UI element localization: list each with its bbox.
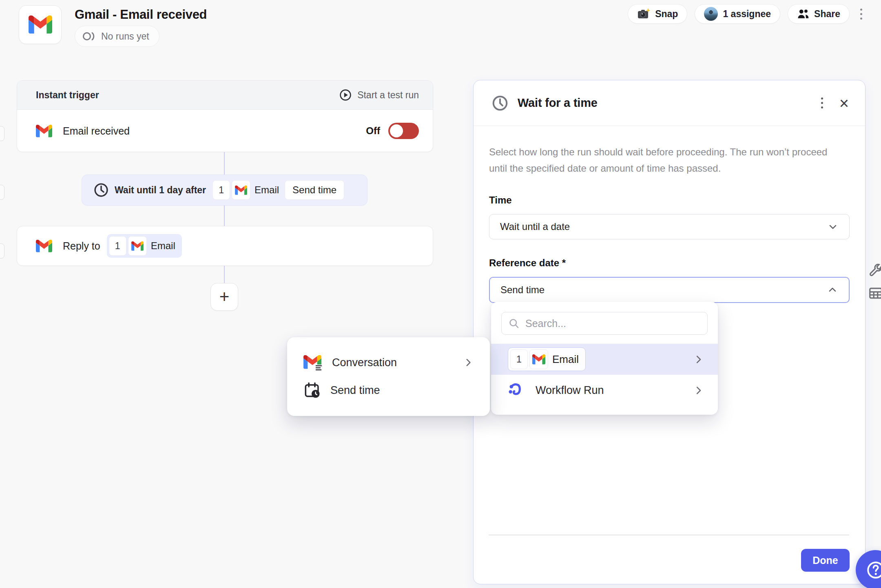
reference-date-dropdown: 1 Email Workflow Run [491,302,718,415]
panel-title: Wait for a time [518,96,598,110]
step-number-token[interactable]: 1 [213,180,230,200]
assignee-label: 1 assignee [723,9,771,20]
menu-item-send-time[interactable]: Send time [287,376,490,404]
play-circle-icon [339,88,352,102]
workflow-app-icon-card [19,5,62,44]
chevron-up-icon [827,284,838,296]
chevron-down-icon [827,221,839,232]
gmail-icon [532,354,545,365]
workflow-icon [508,382,525,399]
gmail-icon [235,186,247,195]
record-token-label: Email [255,184,279,196]
chevron-right-icon [693,385,704,396]
chevron-right-icon [463,357,474,368]
gmail-icon [131,241,144,251]
record-token-icon-box [128,236,147,256]
record-token-icon-box [529,349,548,369]
record-token-icon-box[interactable] [232,180,250,200]
connector-line [224,266,225,283]
canvas-side-tools [868,263,881,301]
dropdown-option-email[interactable]: 1 Email [491,344,718,375]
trigger-toggle-label: Off [366,125,380,137]
clock-icon [491,95,509,112]
runs-status-badge: No runs yet [75,26,159,47]
toggle-knob [390,124,403,137]
add-step-button[interactable]: + [210,283,238,311]
connector-line [224,152,225,175]
panel-footer-divider [489,535,849,535]
time-select[interactable]: Wait until a date [489,214,850,239]
canvas-edge-tab[interactable] [0,243,4,259]
dropdown-option-label: Workflow Run [536,384,604,397]
reply-step-card[interactable]: Reply to 1 Email [17,226,433,266]
workflow-editor: Gmail - Email received No runs yet Snap … [0,0,881,588]
done-button[interactable]: Done [801,549,850,572]
canvas-edge-tab[interactable] [0,126,4,141]
step-number-token: 1 [510,349,528,369]
trigger-step-row[interactable]: Email received Off [17,110,433,152]
start-test-run-button[interactable]: Start a test run [339,88,419,102]
menu-item-label: Send time [330,384,380,397]
reply-step-label: Reply to [63,240,100,252]
trigger-step-card: Instant trigger Start a test run Email r… [17,80,433,152]
calendar-clock-icon [303,382,321,399]
panel-description: Select how long the run should wait befo… [489,144,828,177]
camera-icon [637,8,650,20]
close-icon[interactable]: × [837,95,851,111]
record-token-label: Email [552,353,579,366]
share-button[interactable]: Share [788,4,850,24]
table-icon[interactable] [868,285,881,301]
menu-item-conversation[interactable]: Conversation [287,349,490,376]
trigger-type-label: Instant trigger [36,90,99,101]
assignee-avatar [704,7,718,21]
gmail-icon [36,240,52,252]
record-reference-token: 1 Email [508,347,586,371]
search-input[interactable] [525,318,688,329]
time-field-label: Time [489,195,849,206]
dropdown-option-workflow-run[interactable]: Workflow Run [491,375,718,406]
canvas-edge-tab[interactable] [0,185,4,200]
time-select-value: Wait until a date [500,221,570,232]
panel-kebab-menu[interactable] [818,93,826,113]
connector-line [224,206,225,226]
start-test-run-label: Start a test run [357,90,419,101]
search-icon [508,318,520,329]
snap-label: Snap [655,9,678,20]
wait-chip-label: Wait until 1 day after [115,185,206,196]
people-icon [797,8,809,20]
wrench-icon[interactable] [868,263,881,278]
panel-header: Wait for a time × [474,80,865,126]
header-actions: Snap 1 assignee Share [628,4,866,24]
record-token-label: Email [151,240,175,252]
gmail-icon [29,15,52,34]
runs-spinner-icon [82,31,96,42]
snap-button[interactable]: Snap [628,4,687,24]
reference-date-select[interactable]: Send time [489,277,850,303]
runs-status-label: No runs yet [101,31,149,42]
field-token[interactable]: Send time [285,180,344,200]
record-reference-token[interactable]: 1 Email [107,234,182,258]
reference-date-value: Send time [500,284,545,296]
trigger-step-label: Email received [63,125,130,137]
gmail-icon [36,125,52,137]
chevron-right-icon [693,354,704,365]
share-label: Share [814,9,840,20]
header-kebab-menu[interactable] [857,4,866,24]
trigger-enabled-toggle[interactable] [388,123,419,139]
clock-icon [93,182,109,198]
menu-item-label: Conversation [332,356,397,369]
assignee-button[interactable]: 1 assignee [695,4,780,24]
reference-date-label: Reference date * [489,257,849,269]
question-mark-icon [866,560,881,580]
page-title: Gmail - Email received [75,7,207,22]
search-box [501,312,708,335]
field-submenu: Conversation Send time [287,337,490,416]
trigger-card-header: Instant trigger Start a test run [17,81,433,110]
wait-step-chip[interactable]: Wait until 1 day after 1 Email Send time [82,175,367,206]
step-number-token: 1 [109,236,126,256]
gmail-conversation-icon [303,355,322,370]
